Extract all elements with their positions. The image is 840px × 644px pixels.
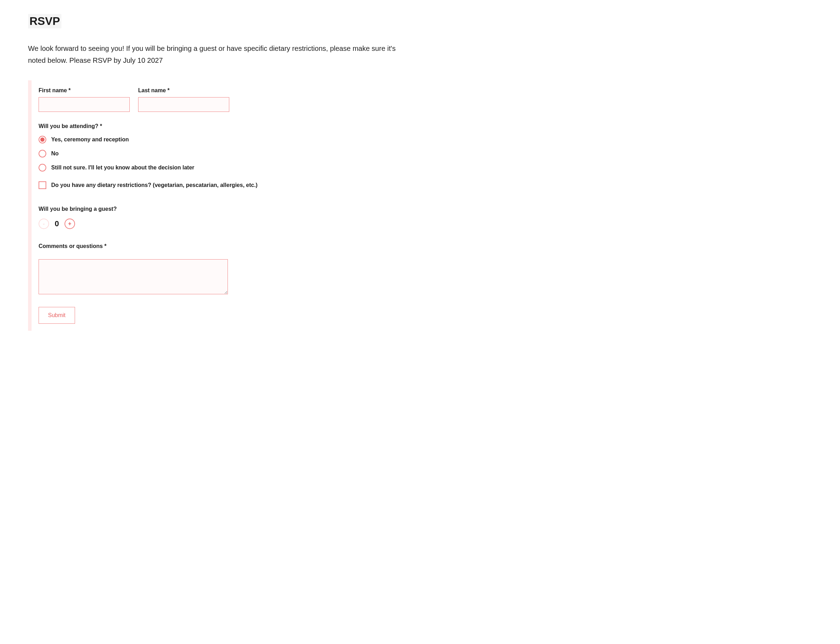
- comments-label: Comments or questions *: [39, 243, 812, 250]
- comments-section: Comments or questions *: [39, 243, 812, 296]
- radio-label: No: [51, 151, 59, 157]
- radio-option-notsure[interactable]: Still not sure. I'll let you know about …: [39, 164, 812, 171]
- comments-textarea[interactable]: [39, 259, 228, 294]
- name-row: First name * Last name *: [39, 87, 812, 112]
- radio-icon: [39, 136, 46, 143]
- guest-section: Will you be bringing a guest? - 0 +: [39, 206, 812, 229]
- dietary-checkbox-row[interactable]: Do you have any dietary restrictions? (v…: [39, 181, 812, 189]
- radio-label: Still not sure. I'll let you know about …: [51, 164, 194, 171]
- radio-icon: [39, 150, 46, 158]
- radio-option-no[interactable]: No: [39, 150, 812, 158]
- dietary-label: Do you have any dietary restrictions? (v…: [51, 182, 258, 188]
- last-name-label: Last name *: [138, 87, 229, 94]
- submit-button[interactable]: Submit: [39, 307, 75, 324]
- intro-text: We look forward to seeing you! If you wi…: [28, 43, 414, 66]
- first-name-group: First name *: [39, 87, 130, 112]
- guest-label: Will you be bringing a guest?: [39, 206, 812, 212]
- last-name-input[interactable]: [138, 97, 229, 112]
- first-name-label: First name *: [39, 87, 130, 94]
- attending-group: Will you be attending? * Yes, ceremony a…: [39, 123, 812, 171]
- radio-label: Yes, ceremony and reception: [51, 136, 129, 143]
- attending-label: Will you be attending? *: [39, 123, 812, 130]
- first-name-input[interactable]: [39, 97, 130, 112]
- checkbox-icon: [39, 181, 46, 189]
- stepper-value: 0: [54, 219, 60, 228]
- last-name-group: Last name *: [138, 87, 229, 112]
- guest-stepper: - 0 +: [39, 219, 812, 229]
- radio-option-yes[interactable]: Yes, ceremony and reception: [39, 136, 812, 143]
- stepper-minus-button[interactable]: -: [39, 219, 49, 229]
- radio-icon: [39, 164, 46, 171]
- rsvp-form: First name * Last name * Will you be att…: [28, 80, 812, 331]
- page-title: RSVP: [28, 14, 61, 28]
- stepper-plus-button[interactable]: +: [64, 219, 75, 229]
